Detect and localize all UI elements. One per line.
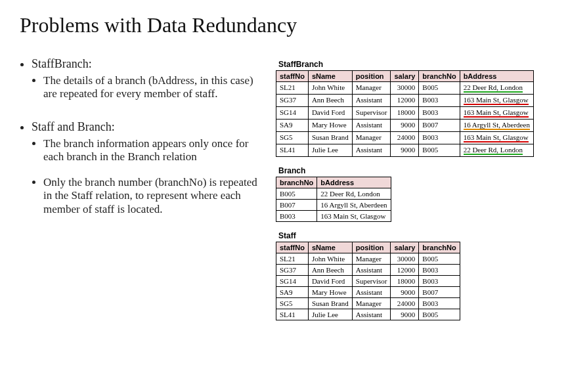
cell-staffno: SG37 xyxy=(276,95,309,107)
table-row: SA9Mary HoweAssistant9000B007 xyxy=(276,287,460,298)
table-row: SG37Ann BeechAssistant12000B003163 Main … xyxy=(276,95,534,107)
cell-baddress: 163 Main St, Glasgow xyxy=(317,211,391,222)
col-salary: salary xyxy=(391,242,419,253)
cell-branchno: B003 xyxy=(419,107,460,120)
cell-sname: Susan Brand xyxy=(308,132,352,144)
cell-salary: 9000 xyxy=(391,144,419,157)
table-row: B00522 Deer Rd, London xyxy=(276,188,391,200)
cell-staffno: SL41 xyxy=(276,144,309,157)
cell-salary: 9000 xyxy=(391,309,419,320)
branch-title: Branch xyxy=(278,166,548,175)
cell-position: Assistant xyxy=(352,120,391,132)
cell-salary: 12000 xyxy=(391,95,419,107)
cell-sname: John White xyxy=(308,253,352,265)
cell-branchno: B003 xyxy=(419,132,460,144)
col-branchno: branchNo xyxy=(419,71,460,82)
cell-branchno: B005 xyxy=(419,82,460,95)
col-baddress: bAddress xyxy=(460,71,533,82)
cell-branchno: B005 xyxy=(276,188,317,200)
cell-sname: David Ford xyxy=(308,107,352,120)
bullet-1-1: The details of a branch (bAddress, in th… xyxy=(43,74,263,101)
cell-sname: Julie Lee xyxy=(308,144,352,157)
bullet-1: StaffBranch: xyxy=(32,57,92,70)
cell-sname: Ann Beech xyxy=(308,95,352,107)
table-row: B003163 Main St, Glasgow xyxy=(276,211,391,222)
staff-table: staffNosNamepositionsalarybranchNoSL21Jo… xyxy=(276,242,460,320)
cell-salary: 30000 xyxy=(391,82,419,95)
cell-baddress: 163 Main St, Glasgow xyxy=(460,107,533,120)
cell-branchno: B007 xyxy=(419,287,460,298)
cell-position: Manager xyxy=(352,298,391,309)
cell-baddress: 22 Deer Rd, London xyxy=(317,188,391,200)
staffbranch-title: StaffBranch xyxy=(278,60,548,69)
cell-staffno: SG37 xyxy=(276,265,309,276)
table-row: SL41Julie LeeAssistant9000B00522 Deer Rd… xyxy=(276,144,534,157)
cell-branchno: B005 xyxy=(419,253,460,265)
cell-salary: 30000 xyxy=(391,253,419,265)
cell-staffno: SG14 xyxy=(276,107,309,120)
col-salary: salary xyxy=(391,71,419,82)
bullet-2: Staff and Branch: xyxy=(32,120,115,133)
cell-position: Assistant xyxy=(352,95,391,107)
cell-sname: Julie Lee xyxy=(308,309,352,320)
cell-salary: 18000 xyxy=(391,276,419,287)
cell-position: Assistant xyxy=(352,309,391,320)
cell-baddress: 163 Main St, Glasgow xyxy=(460,95,533,107)
cell-staffno: SG14 xyxy=(276,276,309,287)
col-sname: sName xyxy=(308,242,352,253)
cell-branchno: B007 xyxy=(419,120,460,132)
cell-salary: 9000 xyxy=(391,120,419,132)
slide-body: StaffBranch: The details of a branch (bA… xyxy=(20,57,548,330)
col-position: position xyxy=(352,71,391,82)
cell-position: Manager xyxy=(352,253,391,265)
cell-salary: 9000 xyxy=(391,287,419,298)
cell-position: Assistant xyxy=(352,265,391,276)
table-row: SL21John WhiteManager30000B00522 Deer Rd… xyxy=(276,82,534,95)
table-row: SG5Susan BrandManager24000B003163 Main S… xyxy=(276,132,534,144)
table-row: SG14David FordSupervisor18000B003163 Mai… xyxy=(276,107,534,120)
col-branchno: branchNo xyxy=(419,242,460,253)
cell-branchno: B003 xyxy=(419,95,460,107)
cell-sname: Ann Beech xyxy=(308,265,352,276)
cell-sname: John White xyxy=(308,82,352,95)
col-position: position xyxy=(352,242,391,253)
cell-position: Assistant xyxy=(352,287,391,298)
cell-branchno: B003 xyxy=(419,298,460,309)
branch-table: branchNobAddressB00522 Deer Rd, LondonB0… xyxy=(276,177,391,222)
table-row: SG5Susan BrandManager24000B003 xyxy=(276,298,460,309)
staffbranch-table: staffNosNamepositionsalarybranchNobAddre… xyxy=(276,70,534,157)
cell-baddress: 22 Deer Rd, London xyxy=(460,144,533,157)
table-row: SG14David FordSupervisor18000B003 xyxy=(276,276,460,287)
col-staffno: staffNo xyxy=(276,71,309,82)
cell-staffno: SA9 xyxy=(276,120,309,132)
cell-salary: 12000 xyxy=(391,265,419,276)
cell-staffno: SL21 xyxy=(276,82,309,95)
cell-position: Manager xyxy=(352,132,391,144)
table-row: SL41Julie LeeAssistant9000B005 xyxy=(276,309,460,320)
staff-title: Staff xyxy=(278,231,548,240)
cell-staffno: SL41 xyxy=(276,309,309,320)
slide-title: Problems with Data Redundancy xyxy=(20,13,548,37)
cell-staffno: SL21 xyxy=(276,253,309,265)
cell-salary: 24000 xyxy=(391,298,419,309)
table-row: SA9Mary HoweAssistant9000B00716 Argyll S… xyxy=(276,120,534,132)
cell-branchno: B005 xyxy=(419,309,460,320)
cell-branchno: B003 xyxy=(419,276,460,287)
table-row: SG37Ann BeechAssistant12000B003 xyxy=(276,265,460,276)
col-baddress: bAddress xyxy=(317,177,391,188)
cell-baddress: 16 Argyll St, Aberdeen xyxy=(460,120,533,132)
cell-baddress: 163 Main St, Glasgow xyxy=(460,132,533,144)
col-branchno: branchNo xyxy=(276,177,317,188)
cell-sname: Susan Brand xyxy=(308,298,352,309)
cell-branchno: B007 xyxy=(276,200,317,211)
cell-position: Assistant xyxy=(352,144,391,157)
cell-salary: 18000 xyxy=(391,107,419,120)
bullet-list: StaffBranch: The details of a branch (bA… xyxy=(20,57,263,330)
cell-staffno: SG5 xyxy=(276,132,309,144)
cell-position: Supervisor xyxy=(352,276,391,287)
cell-branchno: B005 xyxy=(419,144,460,157)
bullet-2-1: The branch information appears only once… xyxy=(43,137,263,164)
cell-sname: Mary Howe xyxy=(308,120,352,132)
cell-position: Supervisor xyxy=(352,107,391,120)
cell-branchno: B003 xyxy=(276,211,317,222)
